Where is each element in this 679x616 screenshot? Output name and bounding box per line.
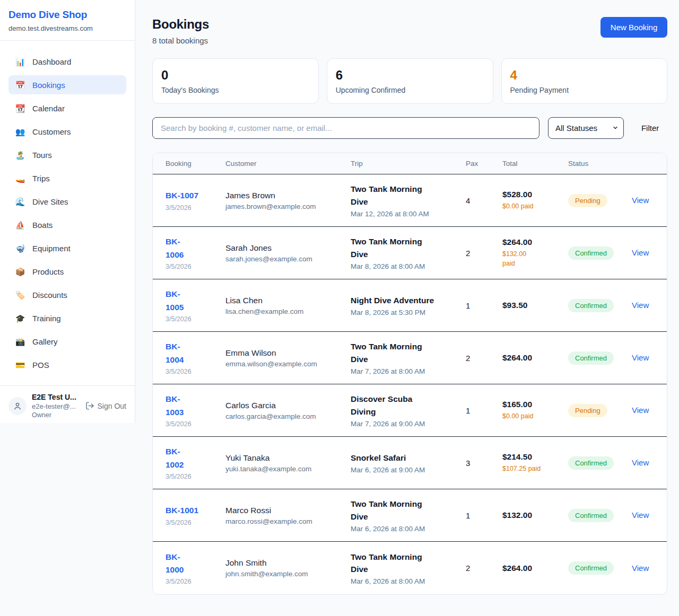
sidebar-item[interactable]: 📸 Gallery (8, 332, 126, 351)
status-badge: Pending (568, 194, 607, 207)
sidebar-item[interactable]: 📆 Calendar (8, 99, 126, 118)
user-icon (13, 401, 22, 411)
user-info: E2E Test U... e2e-tester@... Owner (32, 393, 80, 419)
trip-cell: Two Tank Morning Dive Mar 12, 2026 at 8:… (351, 183, 466, 218)
brand-domain: demo.test.divestreams.com (8, 24, 126, 32)
trip-cell: Night Dive Adventure Mar 8, 2026 at 5:30… (351, 294, 466, 316)
status-cell: Confirmed (568, 299, 632, 312)
sidebar-item[interactable]: ⛵ Boats (8, 215, 126, 234)
pax-value: 2 (466, 249, 502, 258)
status-cell: Confirmed (568, 561, 632, 575)
view-link[interactable]: View (632, 564, 649, 573)
booking-date: 3/5/2026 (166, 263, 220, 270)
sidebar-item[interactable]: 📊 Dashboard (8, 52, 126, 71)
sidebar-item-label: Calendar (32, 104, 65, 113)
booking-id-link[interactable]: BK-1007 (166, 189, 198, 202)
table-row: BK- 1006 3/5/2026 Sarah Jones sarah.jone… (153, 227, 667, 279)
total-amount: $214.50 (502, 452, 563, 462)
view-cell: View (632, 248, 654, 258)
booking-date: 3/5/2026 (166, 315, 220, 323)
view-link[interactable]: View (632, 248, 649, 257)
booking-id-link[interactable]: BK- 1005 (166, 288, 184, 313)
view-link[interactable]: View (632, 353, 649, 362)
view-link[interactable]: View (632, 511, 649, 520)
booking-date: 3/5/2026 (166, 204, 220, 212)
sidebar-item[interactable]: 🤿 Equipment (8, 239, 126, 258)
total-amount: $264.00 (502, 564, 563, 573)
sidebar-item-icon: 🏷️ (15, 291, 25, 299)
booking-id-link[interactable]: BK- 1004 (166, 340, 184, 366)
sign-out-button[interactable]: Sign Out (85, 401, 126, 410)
sidebar-item-label: Products (32, 267, 64, 276)
trip-name: Two Tank Morning Dive (351, 551, 460, 576)
customer-email: lisa.chen@example.com (225, 307, 345, 315)
booking-cell: BK- 1005 3/5/2026 (166, 288, 225, 322)
sidebar-item[interactable]: 👥 Customers (8, 122, 126, 141)
sidebar-item[interactable]: 🚤 Trips (8, 169, 126, 188)
filter-row: All Statuses Filter (152, 117, 667, 139)
status-select[interactable]: All Statuses (548, 117, 624, 139)
view-link[interactable]: View (632, 406, 649, 415)
table-header-row: Booking Customer Trip Pax Total Status (153, 153, 667, 174)
sidebar-item-icon: 📊 (15, 58, 25, 66)
sidebar-item-label: Trips (32, 174, 50, 183)
view-link[interactable]: View (632, 196, 649, 205)
booking-id-link[interactable]: BK- 1002 (166, 445, 184, 471)
sidebar-item-label: Bookings (32, 81, 65, 90)
customer-cell: Sarah Jones sarah.jones@example.com (225, 243, 351, 263)
trip-datetime: Mar 7, 2026 at 8:00 AM (351, 367, 460, 375)
sidebar-item[interactable]: 💳 POS (8, 355, 126, 374)
customer-cell: James Brown james.brown@example.com (225, 191, 351, 210)
trip-cell: Snorkel Safari Mar 6, 2026 at 9:00 AM (351, 452, 466, 474)
total-cell: $264.00 (502, 564, 568, 573)
booking-id-link[interactable]: BK-1001 (166, 504, 198, 517)
view-cell: View (632, 406, 654, 415)
customer-cell: Lisa Chen lisa.chen@example.com (225, 296, 351, 315)
status-badge: Confirmed (568, 351, 614, 365)
booking-cell: BK- 1004 3/5/2026 (166, 340, 225, 375)
sidebar-item[interactable]: 🎓 Training (8, 309, 126, 328)
stat-label: Pending Payment (510, 86, 659, 94)
sidebar-item[interactable]: 🏷️ Discounts (8, 285, 126, 304)
status-badge: Confirmed (568, 561, 614, 575)
stat-value: 4 (510, 68, 659, 83)
column-header-pax: Pax (466, 160, 502, 168)
sidebar-item-icon: 📸 (15, 338, 25, 346)
status-cell: Pending (568, 404, 632, 417)
booking-cell: BK- 1000 3/5/2026 (166, 551, 225, 585)
pax-value: 1 (466, 511, 502, 520)
booking-date: 3/5/2026 (166, 420, 220, 428)
new-booking-button[interactable]: New Booking (600, 17, 667, 38)
booking-id-link[interactable]: BK- 1003 (166, 393, 184, 418)
paid-amount: $107.25 paid (502, 464, 563, 473)
pax-value: 2 (466, 354, 502, 363)
paid-amount: $132.00 paid (502, 249, 563, 268)
column-header-status: Status (568, 160, 632, 168)
total-cell: $165.00 $0.00 paid (502, 400, 568, 421)
filter-button[interactable]: Filter (633, 124, 667, 133)
sidebar-item-icon: 📆 (15, 104, 25, 112)
user-block: E2E Test U... e2e-tester@... Owner Sign … (0, 385, 135, 426)
total-cell: $264.00 $132.00 paid (502, 237, 568, 268)
total-amount: $264.00 (502, 353, 563, 363)
total-amount: $93.50 (502, 301, 563, 310)
sidebar-item[interactable]: 🌊 Dive Sites (8, 192, 126, 211)
user-role: Owner (32, 411, 80, 419)
pax-value: 4 (466, 196, 502, 205)
customer-name: James Brown (225, 191, 345, 200)
sidebar-item[interactable]: 📦 Products (8, 262, 126, 281)
trip-datetime: Mar 8, 2026 at 8:00 AM (351, 262, 460, 270)
column-header-total: Total (502, 160, 568, 168)
view-link[interactable]: View (632, 301, 649, 310)
search-input[interactable] (152, 117, 539, 139)
booking-id-link[interactable]: BK- 1006 (166, 235, 184, 261)
customer-cell: Marco Rossi marco.rossi@example.com (225, 506, 351, 525)
trip-cell: Two Tank Morning Dive Mar 8, 2026 at 8:0… (351, 235, 466, 270)
bookings-table: Booking Customer Trip Pax Total Status B… (152, 153, 667, 595)
booking-id-link[interactable]: BK- 1000 (166, 551, 184, 576)
view-link[interactable]: View (632, 458, 649, 467)
sidebar-item[interactable]: 📅 Bookings (8, 75, 126, 94)
sidebar-item[interactable]: 🏝️ Tours (8, 145, 126, 164)
table-body: BK-1007 3/5/2026 James Brown james.brown… (153, 174, 667, 594)
brand-block: Demo Dive Shop demo.test.divestreams.com (0, 0, 135, 41)
